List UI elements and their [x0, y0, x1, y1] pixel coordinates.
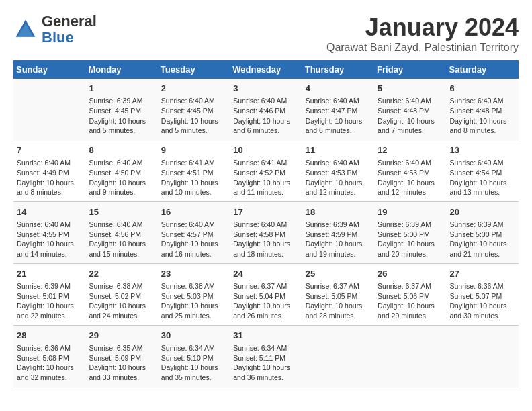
- logo: General Blue: [13, 13, 97, 46]
- calendar-cell: 17Sunrise: 6:40 AMSunset: 4:58 PMDayligh…: [230, 201, 302, 263]
- day-number: 12: [378, 144, 443, 156]
- week-row-4: 21Sunrise: 6:39 AMSunset: 5:01 PMDayligh…: [13, 263, 519, 325]
- calendar-cell: 26Sunrise: 6:37 AMSunset: 5:06 PMDayligh…: [374, 263, 446, 325]
- day-info: Sunrise: 6:40 AMSunset: 4:46 PMDaylight:…: [233, 96, 298, 136]
- day-info: Sunrise: 6:40 AMSunset: 4:45 PMDaylight:…: [161, 96, 226, 136]
- day-number: 22: [89, 268, 154, 280]
- day-info: Sunrise: 6:34 AMSunset: 5:11 PMDaylight:…: [233, 343, 298, 383]
- day-number: 19: [378, 206, 443, 218]
- calendar-cell: 8Sunrise: 6:40 AMSunset: 4:50 PMDaylight…: [85, 140, 157, 201]
- day-number: 8: [89, 144, 154, 156]
- calendar-cell: 18Sunrise: 6:39 AMSunset: 4:59 PMDayligh…: [302, 201, 374, 263]
- calendar-cell: 16Sunrise: 6:40 AMSunset: 4:57 PMDayligh…: [158, 201, 230, 263]
- calendar-cell: 11Sunrise: 6:40 AMSunset: 4:53 PMDayligh…: [302, 140, 374, 201]
- day-info: Sunrise: 6:41 AMSunset: 4:52 PMDaylight:…: [233, 158, 298, 197]
- day-info: Sunrise: 6:40 AMSunset: 4:48 PMDaylight:…: [450, 96, 515, 136]
- day-info: Sunrise: 6:36 AMSunset: 5:08 PMDaylight:…: [17, 343, 82, 383]
- day-info: Sunrise: 6:40 AMSunset: 4:47 PMDaylight:…: [306, 96, 371, 136]
- day-header-wednesday: Wednesday: [230, 60, 302, 79]
- day-number: 5: [378, 83, 443, 95]
- day-info: Sunrise: 6:36 AMSunset: 5:07 PMDaylight:…: [450, 281, 515, 321]
- day-info: Sunrise: 6:39 AMSunset: 4:59 PMDaylight:…: [306, 220, 371, 259]
- day-info: Sunrise: 6:38 AMSunset: 5:03 PMDaylight:…: [161, 281, 226, 321]
- day-info: Sunrise: 6:40 AMSunset: 4:53 PMDaylight:…: [378, 158, 443, 197]
- day-info: Sunrise: 6:37 AMSunset: 5:04 PMDaylight:…: [233, 281, 298, 321]
- calendar-cell: 10Sunrise: 6:41 AMSunset: 4:52 PMDayligh…: [230, 140, 302, 201]
- calendar-cell: 12Sunrise: 6:40 AMSunset: 4:53 PMDayligh…: [374, 140, 446, 201]
- day-number: 3: [233, 83, 298, 95]
- day-number: 15: [89, 206, 154, 218]
- calendar-table: SundayMondayTuesdayWednesdayThursdayFrid…: [13, 60, 519, 387]
- calendar-cell: 21Sunrise: 6:39 AMSunset: 5:01 PMDayligh…: [13, 263, 85, 325]
- calendar-cell: 31Sunrise: 6:34 AMSunset: 5:11 PMDayligh…: [230, 325, 302, 387]
- day-number: 7: [17, 144, 82, 156]
- day-number: 23: [161, 268, 226, 280]
- calendar-cell: 15Sunrise: 6:40 AMSunset: 4:56 PMDayligh…: [85, 201, 157, 263]
- logo-icon: [13, 17, 38, 42]
- calendar-cell: 30Sunrise: 6:34 AMSunset: 5:10 PMDayligh…: [158, 325, 230, 387]
- day-info: Sunrise: 6:40 AMSunset: 4:48 PMDaylight:…: [378, 96, 443, 136]
- day-number: 24: [233, 268, 298, 280]
- day-number: 6: [450, 83, 515, 95]
- day-info: Sunrise: 6:37 AMSunset: 5:05 PMDaylight:…: [306, 281, 371, 321]
- day-info: Sunrise: 6:40 AMSunset: 4:50 PMDaylight:…: [89, 158, 154, 197]
- day-info: Sunrise: 6:39 AMSunset: 5:00 PMDaylight:…: [450, 220, 515, 259]
- calendar-cell: 1Sunrise: 6:39 AMSunset: 4:45 PMDaylight…: [85, 79, 157, 140]
- title-area: January 2024 Qarawat Bani Zayd, Palestin…: [326, 13, 519, 54]
- day-number: 11: [306, 144, 371, 156]
- day-header-monday: Monday: [85, 60, 157, 79]
- day-number: 28: [17, 330, 82, 342]
- calendar-cell: 4Sunrise: 6:40 AMSunset: 4:47 PMDaylight…: [302, 79, 374, 140]
- day-info: Sunrise: 6:40 AMSunset: 4:54 PMDaylight:…: [450, 158, 515, 197]
- day-header-saturday: Saturday: [447, 60, 519, 79]
- main-title: January 2024: [326, 13, 519, 42]
- calendar-cell: 22Sunrise: 6:38 AMSunset: 5:02 PMDayligh…: [85, 263, 157, 325]
- day-info: Sunrise: 6:40 AMSunset: 4:56 PMDaylight:…: [89, 220, 154, 259]
- week-row-1: 1Sunrise: 6:39 AMSunset: 4:45 PMDaylight…: [13, 79, 519, 140]
- day-number: 20: [450, 206, 515, 218]
- calendar-cell: 14Sunrise: 6:40 AMSunset: 4:55 PMDayligh…: [13, 201, 85, 263]
- day-number: 25: [306, 268, 371, 280]
- calendar-cell: 27Sunrise: 6:36 AMSunset: 5:07 PMDayligh…: [447, 263, 519, 325]
- day-info: Sunrise: 6:39 AMSunset: 5:01 PMDaylight:…: [17, 281, 82, 321]
- day-info: Sunrise: 6:40 AMSunset: 4:57 PMDaylight:…: [161, 220, 226, 259]
- calendar-cell: [374, 325, 446, 387]
- calendar-cell: [302, 325, 374, 387]
- days-header-row: SundayMondayTuesdayWednesdayThursdayFrid…: [13, 60, 519, 79]
- day-number: 17: [233, 206, 298, 218]
- calendar-cell: 5Sunrise: 6:40 AMSunset: 4:48 PMDaylight…: [374, 79, 446, 140]
- week-row-5: 28Sunrise: 6:36 AMSunset: 5:08 PMDayligh…: [13, 325, 519, 387]
- day-info: Sunrise: 6:39 AMSunset: 5:00 PMDaylight:…: [378, 220, 443, 259]
- day-number: 18: [306, 206, 371, 218]
- day-number: 10: [233, 144, 298, 156]
- day-header-thursday: Thursday: [302, 60, 374, 79]
- calendar-cell: 28Sunrise: 6:36 AMSunset: 5:08 PMDayligh…: [13, 325, 85, 387]
- day-number: 29: [89, 330, 154, 342]
- calendar-cell: 3Sunrise: 6:40 AMSunset: 4:46 PMDaylight…: [230, 79, 302, 140]
- calendar-cell: 20Sunrise: 6:39 AMSunset: 5:00 PMDayligh…: [447, 201, 519, 263]
- day-info: Sunrise: 6:40 AMSunset: 4:49 PMDaylight:…: [17, 158, 82, 197]
- day-number: 31: [233, 330, 298, 342]
- day-number: 13: [450, 144, 515, 156]
- day-number: 4: [306, 83, 371, 95]
- week-row-3: 14Sunrise: 6:40 AMSunset: 4:55 PMDayligh…: [13, 201, 519, 263]
- day-info: Sunrise: 6:37 AMSunset: 5:06 PMDaylight:…: [378, 281, 443, 321]
- day-header-tuesday: Tuesday: [158, 60, 230, 79]
- calendar-cell: 9Sunrise: 6:41 AMSunset: 4:51 PMDaylight…: [158, 140, 230, 201]
- day-number: 16: [161, 206, 226, 218]
- day-number: 9: [161, 144, 226, 156]
- day-info: Sunrise: 6:34 AMSunset: 5:10 PMDaylight:…: [161, 343, 226, 383]
- calendar-cell: [447, 325, 519, 387]
- calendar-cell: 23Sunrise: 6:38 AMSunset: 5:03 PMDayligh…: [158, 263, 230, 325]
- day-number: 30: [161, 330, 226, 342]
- day-info: Sunrise: 6:40 AMSunset: 4:58 PMDaylight:…: [233, 220, 298, 259]
- calendar-cell: [13, 79, 85, 140]
- subtitle: Qarawat Bani Zayd, Palestinian Territory: [326, 42, 519, 54]
- day-info: Sunrise: 6:38 AMSunset: 5:02 PMDaylight:…: [89, 281, 154, 321]
- page-header: General Blue January 2024 Qarawat Bani Z…: [13, 13, 519, 54]
- day-info: Sunrise: 6:35 AMSunset: 5:09 PMDaylight:…: [89, 343, 154, 383]
- day-number: 26: [378, 268, 443, 280]
- week-row-2: 7Sunrise: 6:40 AMSunset: 4:49 PMDaylight…: [13, 140, 519, 201]
- calendar-cell: 2Sunrise: 6:40 AMSunset: 4:45 PMDaylight…: [158, 79, 230, 140]
- day-info: Sunrise: 6:41 AMSunset: 4:51 PMDaylight:…: [161, 158, 226, 197]
